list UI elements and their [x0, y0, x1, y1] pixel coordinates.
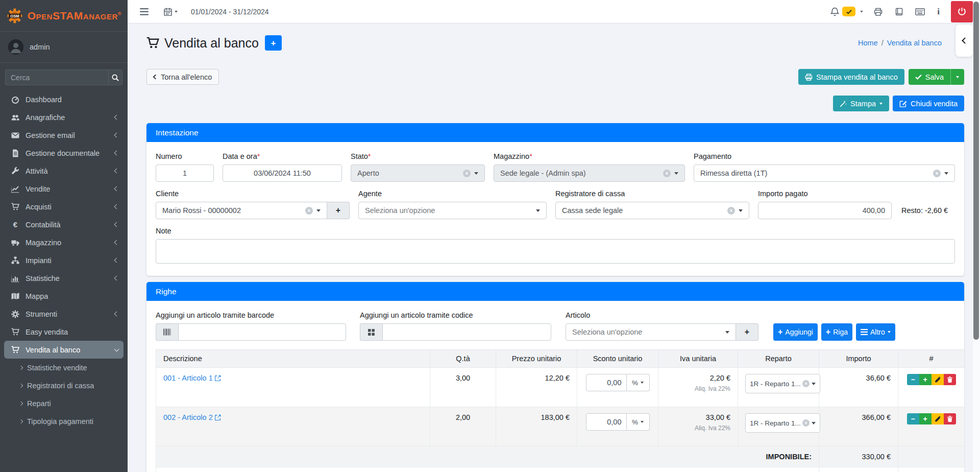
page-scrollbar[interactable]: [973, 0, 980, 472]
notifications-button[interactable]: [824, 0, 841, 23]
clear-icon[interactable]: ×: [802, 419, 810, 427]
agente-select[interactable]: Seleziona un'opzione: [358, 202, 547, 219]
search-input[interactable]: [5, 69, 108, 85]
codice-input[interactable]: [382, 323, 551, 341]
sconto-type-select[interactable]: %: [627, 413, 650, 431]
sidebar-item-vendita-al-banco[interactable]: Vendita al banco: [4, 341, 124, 359]
docs-button[interactable]: [889, 0, 909, 23]
decrease-qty-button[interactable]: −: [907, 374, 919, 385]
power-icon: [958, 7, 966, 16]
sidebar-item-anagrafiche[interactable]: Anagrafiche: [4, 108, 124, 126]
reparto-select[interactable]: 1R - Reparto 1...×: [745, 413, 820, 433]
user-panel[interactable]: admin: [0, 32, 128, 63]
clear-icon[interactable]: ×: [727, 207, 735, 215]
delete-row-button[interactable]: [944, 374, 956, 385]
panel-collapse-tab[interactable]: [955, 25, 973, 57]
print-button[interactable]: [868, 0, 889, 23]
col-header: Descrizione: [156, 350, 430, 368]
add-articolo-button[interactable]: +: [736, 323, 758, 341]
article-link[interactable]: 001 - Articolo 1: [163, 374, 221, 382]
data-ora-input[interactable]: [223, 164, 342, 182]
intestazione-panel-header: Intestazione: [146, 123, 964, 142]
importo-pagato-input[interactable]: [758, 202, 892, 219]
sidebar-subitem-tipologia-pagamenti[interactable]: Tipologia pagamenti: [4, 412, 124, 430]
registratore-select[interactable]: Cassa sede legale ×: [555, 202, 749, 219]
clear-icon[interactable]: ×: [663, 170, 671, 177]
logout-button[interactable]: [951, 1, 973, 22]
gear-icon: [11, 310, 20, 318]
sidebar-item-gestione-documentale[interactable]: Gestione documentale: [4, 144, 124, 162]
search-button[interactable]: [108, 69, 122, 85]
sidebar-item-statistiche[interactable]: Statistiche: [4, 269, 124, 287]
numero-input[interactable]: [156, 164, 214, 182]
clear-icon[interactable]: ×: [463, 170, 471, 177]
add-record-button[interactable]: +: [265, 35, 282, 51]
reparto-select[interactable]: 1R - Reparto 1...×: [745, 374, 820, 393]
save-options-button[interactable]: [950, 69, 964, 85]
brand-logo-icon: OSM: [6, 6, 23, 26]
col-header: Q.tà: [430, 350, 496, 368]
clear-icon[interactable]: ×: [305, 207, 313, 215]
breadcrumb-current[interactable]: Vendita al banco: [887, 39, 942, 47]
increase-qty-button[interactable]: +: [919, 374, 932, 385]
sidebar-item-magazzino[interactable]: Magazzino: [4, 233, 124, 251]
close-sale-button[interactable]: Chiudi vendita: [893, 96, 964, 111]
scrollbar-thumb[interactable]: [973, 2, 979, 340]
altro-dropdown-button[interactable]: Altro: [856, 323, 895, 341]
status-check-badge[interactable]: [842, 7, 855, 16]
sidebar-item-contabilit-[interactable]: €Contabilità: [4, 216, 124, 233]
sidebar-subitem-registratori-di-cassa[interactable]: Registratori di cassa: [4, 376, 124, 394]
sidebar-item-vendite[interactable]: Vendite: [4, 180, 124, 198]
content-header: Vendita al banco + Home/Vendita al banco: [146, 23, 964, 57]
date-range[interactable]: 01/01/2024 - 31/12/2024: [191, 8, 269, 16]
chevron-left-icon: [114, 222, 119, 227]
cliente-select[interactable]: Mario Rossi - 00000002 ×: [156, 202, 327, 219]
sconto-type-select[interactable]: %: [627, 374, 650, 391]
decrease-qty-button[interactable]: −: [907, 413, 919, 424]
aggiungi-button[interactable]: +Aggiungi: [773, 323, 818, 341]
sidebar-item-easy-vendita[interactable]: Easy vendita: [4, 323, 124, 341]
prezzo-cell: 183,00 €: [496, 407, 577, 446]
keyboard-shortcuts-button[interactable]: [909, 0, 931, 23]
pagamento-select[interactable]: Rimessa diretta (1T) ×: [694, 164, 955, 182]
sidebar-item-impianti[interactable]: Impianti: [4, 251, 124, 269]
caret-down-icon[interactable]: [860, 11, 863, 13]
print-sale-button[interactable]: Stampa vendita al banco: [798, 69, 904, 85]
sidebar-item-dashboard[interactable]: Dashboard: [4, 90, 124, 108]
sconto-input[interactable]: [586, 374, 627, 391]
articolo-select[interactable]: Seleziona un'opzione: [566, 323, 736, 341]
breadcrumb-home[interactable]: Home: [858, 39, 878, 47]
calendar-dropdown-button[interactable]: [158, 0, 184, 23]
save-button[interactable]: Salva: [909, 69, 950, 85]
stato-select[interactable]: Aperto ×: [351, 164, 485, 182]
sidebar-toggle-button[interactable]: [134, 0, 155, 23]
sidebar-subitem-statistiche-vendite[interactable]: Statistiche vendite: [4, 359, 124, 376]
add-cliente-button[interactable]: +: [327, 202, 350, 219]
sidebar-item-gestione-email[interactable]: Gestione email: [4, 126, 124, 144]
riga-button[interactable]: +Riga: [821, 323, 852, 341]
print-dropdown-button[interactable]: Stampa: [833, 96, 889, 111]
edit-row-button[interactable]: [932, 413, 944, 424]
article-link[interactable]: 002 - Articolo 2: [163, 413, 221, 421]
back-to-list-button[interactable]: Torna all'elenco: [146, 69, 219, 85]
pagamento-label: Pagamento: [694, 152, 955, 160]
clear-icon[interactable]: ×: [802, 380, 810, 387]
sidebar-item-acquisti[interactable]: Acquisti: [4, 198, 124, 216]
sidebar-item-strumenti[interactable]: Strumenti: [4, 305, 124, 323]
sidebar-item-mappa[interactable]: Mappa: [4, 287, 124, 305]
delete-row-button[interactable]: [944, 413, 956, 424]
info-button[interactable]: i: [931, 0, 946, 23]
sidebar-item-attivit-[interactable]: Attività: [4, 162, 124, 180]
sidebar-subitem-reparti[interactable]: Reparti: [4, 394, 124, 412]
map-icon: [11, 292, 20, 300]
righe-table: DescrizioneQ.tàPrezzo unitarioSconto uni…: [156, 349, 965, 472]
sconto-input[interactable]: [586, 413, 627, 431]
brand[interactable]: OSM OpenSTAManager®: [0, 0, 128, 32]
magazzino-select[interactable]: Sede legale - (Admin spa) ×: [494, 164, 685, 182]
barcode-input[interactable]: [178, 323, 346, 341]
clear-icon[interactable]: ×: [933, 170, 941, 177]
increase-qty-button[interactable]: +: [919, 413, 932, 424]
note-textarea[interactable]: [156, 239, 955, 264]
edit-row-button[interactable]: [932, 374, 944, 385]
sidebar: OSM OpenSTAManager® admin DashboardAnagr…: [0, 0, 128, 472]
